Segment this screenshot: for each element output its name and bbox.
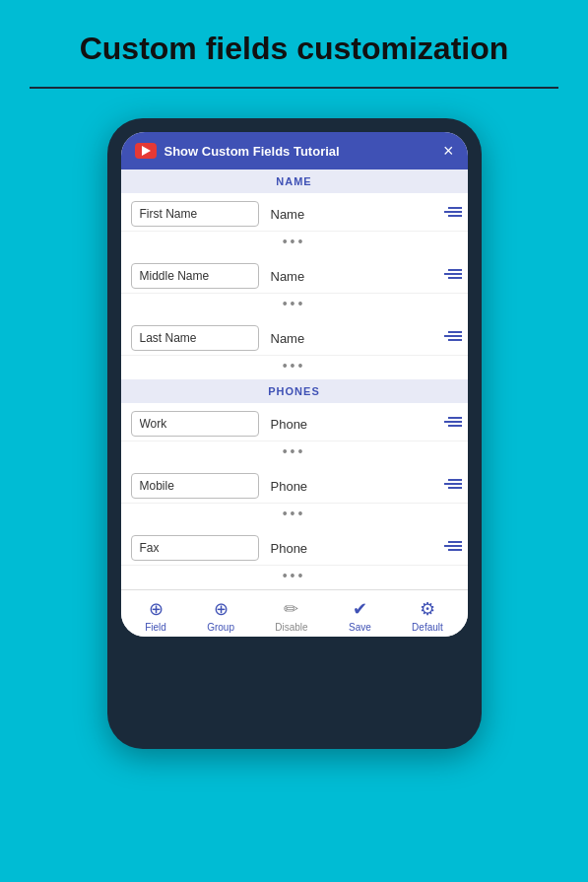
toolbar-save[interactable]: ✔ Save <box>349 598 371 633</box>
default-label: Default <box>412 622 443 633</box>
field-row-wrapper-work: Phone ••• <box>121 403 468 465</box>
field-row-wrapper-fax: Phone ••• <box>121 527 468 589</box>
page-title: Custom fields customization <box>30 30 558 67</box>
close-button[interactable]: × <box>443 142 454 160</box>
disable-icon: ✏ <box>284 598 298 620</box>
phone-inner: Show Custom Fields Tutorial × NAME Name … <box>121 132 468 637</box>
field-type-firstname: Name <box>271 207 458 222</box>
field-input-firstname[interactable] <box>131 201 259 227</box>
group-label: Group <box>207 622 234 633</box>
page-header: Custom fields customization <box>0 0 588 77</box>
drag-handle-firstname[interactable] <box>444 207 462 217</box>
group-icon: ⊕ <box>214 598 229 620</box>
field-row-wrapper-mobile: Phone ••• <box>121 465 468 527</box>
dialog-title: Show Custom Fields Tutorial <box>164 144 340 159</box>
dialog-header: Show Custom Fields Tutorial × <box>121 132 468 170</box>
field-dots-mobile: ••• <box>121 504 468 527</box>
dialog-header-left: Show Custom Fields Tutorial <box>135 143 340 159</box>
field-row-wrapper-middlename: Name ••• <box>121 255 468 317</box>
field-type-lastname: Name <box>271 331 458 346</box>
header-divider <box>30 87 558 89</box>
field-input-lastname[interactable] <box>131 325 259 351</box>
drag-handle-mobile[interactable] <box>444 479 462 489</box>
field-dots-middlename: ••• <box>121 294 468 317</box>
save-label: Save <box>349 622 371 633</box>
field-type-fax: Phone <box>271 541 458 556</box>
drag-handle-middlename[interactable] <box>444 269 462 279</box>
toolbar-group[interactable]: ⊕ Group <box>207 598 234 633</box>
field-row-firstname: Name <box>121 193 468 232</box>
field-row-work: Phone <box>121 403 468 441</box>
field-dots-firstname: ••• <box>121 232 468 255</box>
field-type-mobile: Phone <box>271 479 458 494</box>
field-dots-work: ••• <box>121 441 468 465</box>
toolbar-disable[interactable]: ✏ Disable <box>275 598 307 633</box>
field-input-middlename[interactable] <box>131 263 259 289</box>
default-icon: ⚙ <box>420 598 435 620</box>
field-row-mobile: Phone <box>121 465 468 504</box>
toolbar-default[interactable]: ⚙ Default <box>412 598 443 633</box>
field-input-mobile[interactable] <box>131 473 259 499</box>
field-row-lastname: Name <box>121 317 468 356</box>
field-input-fax[interactable] <box>131 535 259 561</box>
field-dots-lastname: ••• <box>121 356 468 379</box>
section-name: NAME <box>121 170 468 193</box>
drag-handle-work[interactable] <box>444 417 462 427</box>
field-type-middlename: Name <box>271 269 458 284</box>
field-icon: ⊕ <box>149 598 163 620</box>
field-row-wrapper-lastname: Name ••• <box>121 317 468 379</box>
save-icon: ✔ <box>353 598 367 620</box>
disable-label: Disable <box>275 622 307 633</box>
toolbar-field[interactable]: ⊕ Field <box>145 598 166 633</box>
field-row-fax: Phone <box>121 527 468 566</box>
youtube-play-icon <box>142 146 151 156</box>
bottom-toolbar: ⊕ Field ⊕ Group ✏ Disable ✔ Save ⚙ Defau… <box>121 589 468 637</box>
field-row-wrapper-firstname: Name ••• <box>121 193 468 255</box>
field-label: Field <box>145 622 166 633</box>
field-row-middlename: Name <box>121 255 468 294</box>
field-type-work: Phone <box>271 417 458 432</box>
phone-frame: Show Custom Fields Tutorial × NAME Name … <box>107 118 482 749</box>
drag-handle-lastname[interactable] <box>444 331 462 341</box>
section-phones: PHONES <box>121 379 468 403</box>
drag-handle-fax[interactable] <box>444 541 462 551</box>
field-input-work[interactable] <box>131 411 259 437</box>
youtube-icon <box>135 143 157 159</box>
field-dots-fax: ••• <box>121 566 468 589</box>
